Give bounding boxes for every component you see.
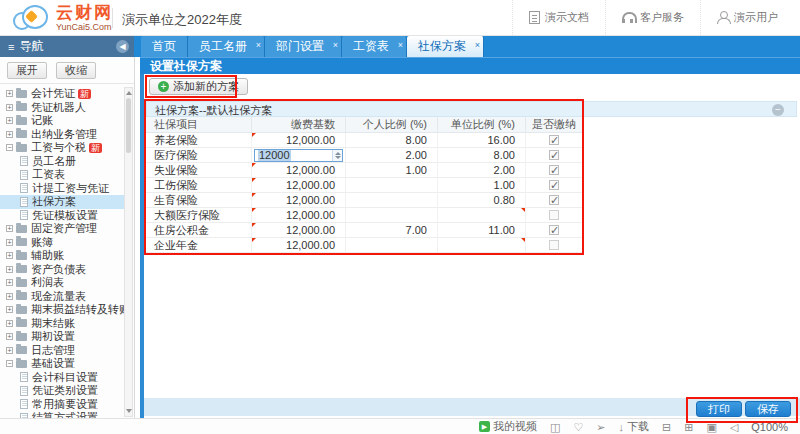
cell-unit-ratio[interactable] (438, 208, 526, 223)
tree-toggle-icon[interactable] (6, 279, 13, 286)
sidebar-tree-item[interactable]: 期末损益结转及转账 (0, 303, 124, 317)
sidebar-tree-item[interactable]: 现金流量表 (0, 290, 124, 304)
tab-close-icon[interactable]: × (475, 35, 480, 56)
checkbox-checked[interactable] (549, 180, 559, 190)
cell-unit-ratio[interactable]: 11.00 (438, 223, 526, 238)
sidebar-tree-item[interactable]: 基础设置 (0, 357, 124, 371)
cell-personal-ratio[interactable]: 8.00 (346, 133, 438, 148)
statusbar-my-video[interactable]: ▶ 我的视频 (479, 419, 537, 434)
header-nav-demo-docs[interactable]: 演示文档 (512, 0, 605, 35)
scroll-up-icon[interactable] (126, 91, 132, 95)
cell-unit-ratio[interactable]: 8.00 (438, 148, 526, 163)
checkbox-unchecked[interactable] (549, 240, 559, 250)
tree-toggle-icon[interactable] (6, 117, 13, 124)
sidebar-tree-item[interactable]: 凭证机器人 (0, 101, 124, 115)
checkbox-unchecked[interactable] (549, 210, 559, 220)
checkbox-checked[interactable] (549, 225, 559, 235)
tab-close-icon[interactable]: × (256, 35, 261, 56)
collapse-sidebar-button[interactable]: ◀ (116, 40, 129, 53)
statusbar-zoom-level[interactable]: Q100% (751, 421, 788, 433)
sidebar-tree-item[interactable]: 利润表 (0, 276, 124, 290)
tree-toggle-icon[interactable] (6, 144, 13, 151)
tree-toggle-icon[interactable] (6, 320, 13, 327)
statusbar-share[interactable]: ➢ (596, 421, 605, 433)
sidebar-tree-item[interactable]: 记账 (0, 114, 124, 128)
statusbar-download[interactable]: ↓ 下载 (618, 419, 649, 434)
cell-base-amount[interactable]: 12,000.00 (252, 223, 346, 238)
sidebar-tree-item[interactable]: 期末结账 (0, 317, 124, 331)
cell-personal-ratio[interactable] (346, 238, 438, 253)
tree-toggle-icon[interactable] (6, 293, 13, 300)
cell-base-amount[interactable]: 12000 (252, 148, 346, 163)
cell-unit-ratio[interactable]: 0.80 (438, 193, 526, 208)
sidebar-tree-item[interactable]: 账簿 (0, 236, 124, 250)
spinner-icon[interactable] (332, 150, 342, 161)
statusbar-window[interactable]: ▣ (706, 421, 716, 433)
sidebar-tree-item[interactable]: 工资与个税 新 (0, 141, 124, 155)
brand-logo[interactable]: 云财网 YunCai5.Com (12, 4, 113, 32)
collapse-all-button[interactable]: 收缩 (56, 62, 96, 79)
tab-部门设置[interactable]: 部门设置 × (265, 36, 342, 57)
sidebar-tree-item[interactable]: 社保方案 (0, 195, 124, 209)
tab-close-icon[interactable]: × (333, 35, 338, 56)
tree-toggle-icon[interactable] (6, 347, 13, 354)
header-nav-customer-service[interactable]: 客户服务 (605, 0, 700, 35)
scroll-down-icon[interactable] (126, 409, 132, 413)
tree-toggle-icon[interactable] (6, 266, 13, 273)
checkbox-checked[interactable] (549, 150, 559, 160)
sidebar-tree-item[interactable]: 辅助账 (0, 249, 124, 263)
tree-toggle-icon[interactable] (6, 306, 13, 313)
tree-toggle-icon[interactable] (6, 360, 13, 367)
tree-toggle-icon[interactable] (6, 239, 13, 246)
checkbox-checked[interactable] (549, 195, 559, 205)
checkbox-checked[interactable] (549, 165, 559, 175)
cell-personal-ratio[interactable] (346, 193, 438, 208)
cell-personal-ratio[interactable] (346, 208, 438, 223)
tab-员工名册[interactable]: 员工名册 × (188, 36, 265, 57)
sidebar-tree-item[interactable]: 会计凭证 新 (0, 87, 124, 101)
tree-toggle-icon[interactable] (6, 90, 13, 97)
sidebar-tree-item[interactable]: 凭证类别设置 (0, 384, 124, 398)
cell-personal-ratio[interactable]: 7.00 (346, 223, 438, 238)
sidebar-scrollbar[interactable] (124, 87, 133, 417)
sidebar-tree-item[interactable]: 固定资产管理 (0, 222, 124, 236)
expand-all-button[interactable]: 展开 (7, 62, 47, 79)
print-button[interactable]: 打印 (696, 401, 742, 417)
cell-base-amount[interactable]: 12,000.00 (252, 178, 346, 193)
sidebar-tree-item[interactable]: 出纳业务管理 (0, 128, 124, 142)
tree-toggle-icon[interactable] (6, 333, 13, 340)
sidebar-tree-item[interactable]: 期初设置 (0, 330, 124, 344)
cell-unit-ratio[interactable] (438, 238, 526, 253)
cell-unit-ratio[interactable]: 2.00 (438, 163, 526, 178)
sidebar-tree-item[interactable]: 员工名册 (0, 155, 124, 169)
sidebar-tree-item[interactable]: 会计科目设置 (0, 371, 124, 385)
scroll-thumb[interactable] (126, 98, 131, 153)
cell-personal-ratio[interactable] (346, 178, 438, 193)
sidebar-tree-item[interactable]: 日志管理 (0, 344, 124, 358)
header-nav-demo-user[interactable]: 演示用户 (700, 0, 794, 35)
tab-close-icon[interactable]: × (398, 35, 403, 56)
tree-toggle-icon[interactable] (6, 252, 13, 259)
cell-base-amount[interactable]: 12,000.00 (252, 163, 346, 178)
cell-unit-ratio[interactable]: 1.00 (438, 178, 526, 193)
statusbar-print-page[interactable]: ⊟ (662, 421, 671, 433)
tree-toggle-icon[interactable] (6, 225, 13, 232)
save-button[interactable]: 保存 (745, 401, 791, 417)
checkbox-checked[interactable] (549, 135, 559, 145)
statusbar-extensions[interactable]: ⊞ (684, 421, 693, 433)
minimize-panel-icon[interactable]: − (772, 104, 784, 116)
cell-base-amount[interactable]: 12,000.00 (252, 238, 346, 253)
tree-toggle-icon[interactable] (6, 104, 13, 111)
tab-首页[interactable]: 首页 (141, 36, 188, 57)
sidebar-tree-item[interactable]: 常用摘要设置 (0, 398, 124, 412)
tree-toggle-icon[interactable] (6, 131, 13, 138)
cell-personal-ratio[interactable]: 1.00 (346, 163, 438, 178)
sidebar-tree-item[interactable]: 资产负债表 (0, 263, 124, 277)
base-amount-input[interactable]: 12000 (254, 149, 343, 162)
tab-社保方案[interactable]: 社保方案 × (407, 36, 484, 57)
cell-base-amount[interactable]: 12,000.00 (252, 133, 346, 148)
statusbar-favorite[interactable]: ♡ (573, 421, 583, 433)
cell-personal-ratio[interactable]: 2.00 (346, 148, 438, 163)
tab-工资表[interactable]: 工资表 × (342, 36, 407, 57)
sidebar-tree-item[interactable]: 凭证模板设置 (0, 209, 124, 223)
